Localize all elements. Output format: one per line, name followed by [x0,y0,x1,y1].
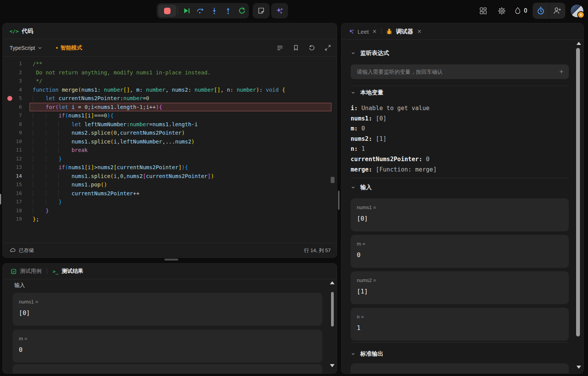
code-line[interactable]: currentNums2Pointer++ [30,189,331,198]
input-field-card[interactable]: nums1 =[0] [351,198,569,231]
field-value[interactable]: [0] [357,215,563,222]
line-number[interactable]: 18 [3,206,22,215]
notes-button[interactable] [253,3,270,18]
debugger-panel: Leet ✕ 调试器 ✕ 监听表达式 + [341,23,584,374]
scroll-up-arrow[interactable] [330,281,335,284]
tab-test-case[interactable]: 测试用例 [10,268,41,275]
settings-button[interactable] [495,4,508,17]
line-number[interactable]: 19 [3,215,22,224]
reset-code-button[interactable] [308,44,316,52]
line-number[interactable]: 14 [3,172,22,181]
editor-scrollbar-thumb[interactable] [331,177,335,183]
code-line[interactable]: nums1.splice(i,0,nums2[currentNums2Point… [30,172,331,181]
code-line[interactable]: Do not return anything, modify nums1 in-… [30,68,331,77]
scrollbar-thumb[interactable] [331,292,334,327]
timer-button[interactable] [533,3,549,19]
watch-section-header[interactable]: 监听表达式 [351,49,389,57]
code-line[interactable]: function merge(nums1: number[], m: numbe… [30,86,331,94]
code-line[interactable]: if(nums1[i]===0){ [30,111,331,120]
language-selector[interactable]: TypeScript [10,45,43,51]
field-value[interactable]: [0] [19,309,316,317]
code-line[interactable]: let leftNumNumber:number=nums1.length-i [30,120,331,129]
close-icon[interactable]: ✕ [371,28,378,35]
code-line[interactable]: nums1.pop() [30,180,331,189]
add-watch-icon[interactable]: + [559,68,563,76]
expand-editor-button[interactable] [324,44,331,51]
flame-icon [513,7,522,15]
watch-expression-input[interactable] [356,68,559,75]
line-number[interactable]: 1 [3,59,22,68]
input-field-card[interactable]: m =0 [351,235,569,268]
code-token: : [139,87,146,93]
ai-assistant-button[interactable] [271,3,288,18]
scrollbar-thumb[interactable] [576,48,580,336]
code-line[interactable]: }; [30,215,331,224]
line-number[interactable]: 13 [3,163,22,172]
input-field-card-partial[interactable] [13,364,322,374]
line-number[interactable]: 2 [3,68,22,77]
code-line[interactable]: for(let i = 0;i<nums1.length-1;i++){ [30,103,331,112]
line-number[interactable]: 10 [3,137,22,146]
code-line[interactable]: } [30,206,331,215]
line-number[interactable]: 6 [3,103,22,112]
field-value[interactable]: [1] [357,288,563,295]
code-line[interactable]: if(nums1[i]>nums2[currentNums2Pointer]){ [30,163,331,172]
layout-button[interactable] [477,4,490,17]
restart-button[interactable] [235,3,249,18]
line-number[interactable]: 16 [3,189,22,198]
bookmark-button[interactable] [292,44,300,51]
code-line[interactable]: */ [30,77,331,86]
code-line[interactable]: } [30,155,331,163]
code-line[interactable]: nums2.splice(0,currentNums2Pointer) [30,129,331,137]
code-token: , [123,173,126,179]
line-number[interactable]: 5 [3,94,22,103]
scroll-up-arrow[interactable] [576,42,581,45]
input-field-card[interactable]: m =0 [13,330,322,363]
line-number[interactable]: 8 [3,120,22,129]
field-value[interactable]: 1 [357,324,563,331]
code-line[interactable]: break [30,146,331,155]
sparkles-icon [275,6,284,15]
vertical-resize-handle[interactable] [338,191,340,210]
code-line[interactable]: nums1.splice(i,leftNumNumber,...nums2) [30,137,331,146]
format-code-button[interactable] [276,44,284,52]
code-line[interactable]: /** [30,59,331,68]
input-field-card[interactable]: nums2 =[1] [351,271,569,304]
smart-mode-toggle[interactable]: • 智能模式 [56,45,82,51]
tab-leet[interactable]: Leet ✕ [348,28,378,35]
field-value[interactable]: 0 [19,346,316,353]
tab-test-result[interactable]: >_ 测试结果 [53,268,83,275]
scroll-down-arrow[interactable] [330,364,335,367]
step-over-button[interactable] [194,3,207,18]
locals-section-header[interactable]: 本地变量 [351,89,383,96]
stop-button[interactable] [158,5,176,17]
line-number[interactable]: 17 [3,198,22,206]
input-section-header[interactable]: 输入 [351,184,372,191]
horizontal-resize-handle[interactable] [164,259,178,261]
tab-debugger[interactable]: 调试器 ✕ [386,28,422,35]
input-field-card[interactable]: nums1 =[0] [13,293,322,326]
stdout-section-header[interactable]: 标准输出 [351,350,383,358]
code-line[interactable]: } [30,198,331,206]
line-number[interactable]: 12 [3,155,22,163]
input-field-card[interactable]: n =1 [351,308,569,341]
scroll-down-arrow[interactable] [576,366,581,369]
line-number[interactable]: 11 [3,146,22,155]
streak-indicator[interactable]: 0 [513,7,527,15]
line-number[interactable]: 4 [3,86,22,94]
avatar[interactable]: ★ [571,5,583,17]
code-line[interactable]: let currentNums2Pointer:number=0 [30,94,331,103]
line-number[interactable]: 3 [3,77,22,86]
line-number[interactable]: 7 [3,111,22,120]
step-out-button[interactable] [221,3,235,18]
close-icon[interactable]: ✕ [416,28,422,35]
left-edge-resize-handle[interactable] [0,194,1,204]
code-editor[interactable]: 12345678910111213141516171819 /** Do not… [3,57,337,243]
invite-button[interactable] [549,3,565,19]
code-token: ] [91,164,94,170]
line-number[interactable]: 9 [3,129,22,137]
line-number[interactable]: 15 [3,180,22,189]
field-value[interactable]: 0 [357,251,563,259]
continue-button[interactable] [180,3,194,18]
step-into-button[interactable] [207,3,221,18]
